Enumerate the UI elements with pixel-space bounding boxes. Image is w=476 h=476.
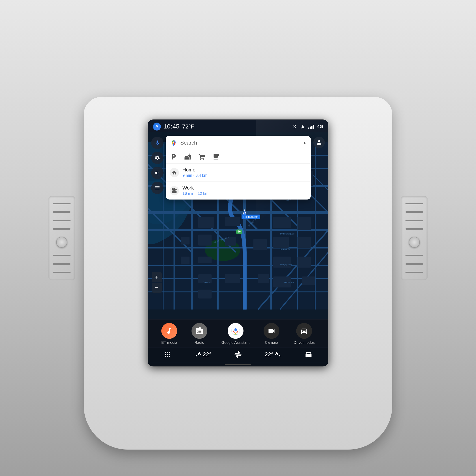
svg-rect-48: [225, 274, 240, 283]
control-bar: 22° 22°: [148, 347, 328, 362]
seat-temp-left-button[interactable]: 22°: [194, 351, 211, 358]
work-dest-name: Work: [183, 185, 307, 191]
category-row: [166, 150, 311, 164]
category-shopping[interactable]: [198, 153, 205, 160]
svg-rect-64: [235, 328, 237, 331]
svg-rect-34: [225, 217, 240, 226]
search-chevron-icon[interactable]: ▲: [302, 140, 307, 145]
vent-slot: [53, 211, 70, 213]
vent-slot: [406, 272, 423, 273]
profile-button[interactable]: [313, 137, 325, 148]
assistant-icon: [228, 323, 243, 339]
svg-rect-45: [181, 237, 189, 244]
navigation-icon: [300, 124, 305, 129]
signal-bar-1: [308, 127, 309, 129]
svg-rect-42: [198, 256, 212, 263]
category-parking[interactable]: [170, 153, 177, 160]
vent-slot: [406, 228, 423, 230]
work-icon-wrap: [170, 186, 179, 195]
status-right: 4G: [292, 124, 323, 129]
radio-label: Radio: [194, 340, 204, 345]
search-bar[interactable]: Search ▲: [166, 136, 311, 150]
destination-home[interactable]: Home 9 min · 6.4 km: [166, 164, 311, 181]
bt-media-label: BT media: [161, 340, 177, 345]
dock-drive-modes[interactable]: Drive modes: [294, 323, 315, 345]
vent-slot: [53, 228, 70, 230]
vent-left: [49, 196, 75, 280]
home-dest-info: Home 9 min · 6.4 km: [183, 167, 307, 178]
svg-rect-52: [258, 274, 269, 283]
camera-label: Camera: [265, 340, 278, 345]
vent-slot: [53, 272, 70, 273]
category-restaurant[interactable]: [184, 153, 191, 160]
svg-text:Kungsgatan: Kungsgatan: [280, 263, 291, 266]
dock-radio[interactable]: Radio: [191, 323, 207, 345]
road-marker: 56: [236, 229, 242, 234]
apps-grid-button[interactable]: [164, 350, 171, 358]
svg-rect-43: [273, 256, 291, 268]
dock-bt-media[interactable]: BT media: [161, 323, 177, 345]
mic-button[interactable]: [151, 137, 164, 149]
vent-slot: [53, 203, 70, 204]
svg-text:Bergslagsgatan: Bergslagsgatan: [280, 233, 295, 235]
home-dest-detail: 9 min · 6.4 km: [183, 173, 307, 178]
drive-modes-label: Drive modes: [294, 340, 315, 345]
work-dest-detail: 16 min · 12 km: [183, 191, 307, 196]
svg-rect-50: [302, 276, 315, 285]
svg-rect-35: [198, 235, 212, 245]
status-bar: A 10:45 72°F: [148, 119, 328, 132]
vent-slot: [406, 255, 423, 256]
vent-slot: [53, 255, 70, 256]
google-maps-icon: [170, 139, 178, 147]
status-left: A 10:45 72°F: [153, 122, 194, 131]
vent-slot: [406, 211, 423, 213]
vent-knob[interactable]: [409, 237, 420, 248]
svg-rect-46: [181, 256, 189, 264]
left-sidebar: [151, 137, 164, 194]
car-interior: A 10:45 72°F: [0, 0, 476, 476]
dock-camera[interactable]: Camera: [264, 323, 279, 345]
vent-slot: [406, 220, 423, 221]
vent-slot: [406, 263, 423, 265]
svg-rect-51: [198, 289, 212, 298]
svg-rect-37: [254, 239, 267, 250]
bottom-handle: [148, 362, 328, 366]
signal-bar-4: [313, 125, 314, 129]
svg-rect-44: [298, 256, 311, 268]
svg-text:Akerström: Akerström: [284, 281, 294, 283]
map-area[interactable]: Gullbergsvass Gamlestadsvägen Södra Hamm…: [148, 132, 328, 319]
svg-rect-41: [298, 237, 311, 248]
svg-rect-33: [198, 217, 214, 228]
vent-slot: [406, 203, 423, 204]
zoom-controls: + −: [152, 272, 162, 293]
settings-button[interactable]: [151, 152, 164, 164]
android-auto-icon: A: [153, 122, 161, 131]
dock-google-assistant[interactable]: Google Assistant: [221, 323, 250, 345]
svg-text:Bergsgatan: Bergsgatan: [280, 248, 291, 250]
category-cafe[interactable]: [212, 153, 220, 160]
bluetooth-icon: [292, 124, 297, 129]
destination-work[interactable]: Work 16 min · 12 km: [166, 181, 311, 199]
zoom-in-button[interactable]: +: [152, 272, 162, 282]
network-badge: 4G: [317, 124, 323, 129]
work-dest-info: Work 16 min · 12 km: [183, 185, 307, 196]
vent-right: [401, 196, 427, 280]
vent-knob[interactable]: [56, 237, 67, 248]
radio-icon: [191, 323, 207, 339]
signal-bar-3: [311, 126, 312, 129]
app-dock: BT media Radio: [148, 319, 328, 347]
zoom-out-button[interactable]: −: [152, 283, 162, 293]
volume-button[interactable]: [151, 167, 164, 179]
search-input-text[interactable]: Search: [180, 140, 300, 146]
svg-text:Opalen: Opalen: [203, 281, 210, 283]
car-settings-button[interactable]: [305, 350, 312, 358]
svg-rect-38: [273, 217, 291, 228]
home-dest-name: Home: [183, 167, 307, 173]
bt-media-icon: [161, 323, 177, 339]
svg-rect-40: [273, 237, 289, 248]
fan-button[interactable]: [234, 351, 242, 358]
nav-menu-button[interactable]: [151, 182, 164, 194]
seat-temp-right-button[interactable]: 22°: [265, 351, 282, 358]
drive-modes-icon: [296, 323, 312, 339]
home-icon-wrap: [170, 168, 179, 177]
